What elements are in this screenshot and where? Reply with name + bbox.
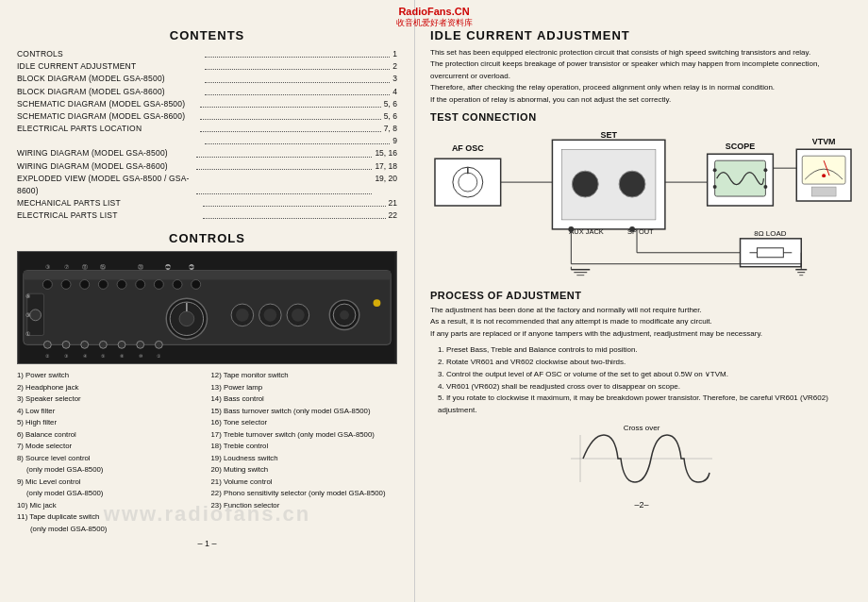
control-item-6: 6) Balance control (17, 429, 204, 441)
svg-point-40 (155, 342, 162, 349)
svg-point-72 (763, 185, 767, 189)
dots-11 (196, 173, 373, 194)
svg-point-39 (137, 342, 144, 349)
contents-table: CONTROLS 1 IDLE CURRENT ADJUSTMENT 2 BLO… (17, 48, 397, 222)
svg-text:⑮: ⑮ (100, 264, 106, 270)
svg-point-37 (99, 342, 107, 349)
right-page: IDLE CURRENT ADJUSTMENT This set has bee… (415, 0, 868, 602)
test-connection-title: TEST CONNECTION (430, 111, 853, 123)
control-item-9b: (only model GSA-8500) (17, 488, 204, 499)
dots-10 (196, 160, 373, 170)
controls-section: CONTROLS ③ ⑦ ⑪ ⑮ ⑳ ㉒ ㉓ (17, 231, 397, 535)
contents-row-block8500: BLOCK DIAGRAM (MODEL GSA-8500) 3 (17, 73, 397, 85)
svg-rect-78 (811, 187, 836, 196)
svg-point-36 (81, 342, 89, 349)
svg-point-16 (154, 280, 163, 290)
dots-13 (203, 209, 386, 219)
control-item-23: 23) Function selector (211, 500, 398, 511)
control-item-7: 7) Mode selector (17, 441, 204, 452)
contents-row-mech: MECHANICAL PARTS LIST 21 (17, 197, 397, 209)
dots-4 (205, 86, 390, 95)
contents-row-schem8500: SCHEMATIC DIAGRAM (MODEL GSA-8500) 5, 6 (17, 98, 397, 110)
control-item-8: 8) Source level control (17, 453, 204, 464)
svg-text:⑦: ⑦ (64, 264, 69, 270)
control-item-17: 17) Treble turnover switch (only model G… (211, 429, 398, 441)
control-item-18: 18) Treble control (211, 441, 398, 452)
svg-point-26 (236, 309, 249, 322)
dots-12 (203, 197, 386, 207)
page-num-6: 5, 6 (384, 110, 397, 123)
controls-title: CONTROLS (17, 231, 397, 245)
control-item-2: 2) Headphone jack (17, 382, 204, 393)
contents-label-block8500: BLOCK DIAGRAM (MODEL GSA-8500) (17, 73, 202, 85)
svg-point-28 (263, 309, 276, 322)
contents-label-9 (17, 135, 202, 147)
control-item-21: 21) Volume control (211, 477, 398, 488)
page-num-9: 15, 16 (375, 147, 397, 159)
contents-label-block8600: BLOCK DIAGRAM (MODEL GSA-8600) (17, 86, 202, 98)
contents-row-block8600: BLOCK DIAGRAM (MODEL GSA-8600) 4 (17, 86, 397, 98)
watermark: RadioFans.CN 收音机爱好者资料库 (396, 6, 473, 29)
contents-label-elec-list: ELECTRICAL PARTS LIST (17, 209, 200, 222)
control-item-4: 4) Low filter (17, 406, 204, 417)
svg-point-11 (61, 280, 71, 290)
control-item-16: 16) Tone selector (211, 417, 398, 428)
amplifier-image: ③ ⑦ ⑪ ⑮ ⑳ ㉒ ㉓ (17, 251, 397, 364)
svg-rect-79 (741, 239, 802, 267)
control-item-8b: (only model GSA-8500) (17, 464, 204, 476)
process-intro: The adjustment has been done at the fact… (430, 305, 853, 340)
test-connection-diagram: AF OSC SET AUX JACK SP OUT SCOPE (430, 130, 853, 276)
svg-point-17 (173, 280, 182, 290)
dots-2 (205, 60, 390, 70)
svg-text:SET: SET (600, 130, 617, 140)
process-step-5: 5. If you rotate to clockwise it maximum… (438, 393, 853, 417)
svg-rect-75 (802, 156, 845, 184)
process-title: PROCESS OF ADJUSTMENT (430, 290, 853, 301)
process-section: PROCESS OF ADJUSTMENT The adjustment has… (430, 290, 853, 496)
controls-labels: 1) Power switch 2) Headphone jack 3) Spe… (17, 370, 397, 535)
process-step-2: 2. Rotate VR601 and VR602 clockwise abou… (438, 357, 853, 369)
contents-label-idle: IDLE CURRENT ADJUSTMENT (17, 60, 202, 73)
left-page-number: – 1 – (17, 539, 397, 548)
svg-text:AUX JACK: AUX JACK (569, 227, 603, 236)
svg-point-20 (30, 309, 42, 321)
process-step-4: 4. VR601 (VR602) shall be readjusted cro… (438, 381, 853, 393)
page-num-7: 7, 8 (384, 123, 397, 135)
contents-label-schem8500: SCHEMATIC DIAGRAM (MODEL GSA-8500) (17, 98, 197, 110)
contents-label-exploded: EXPLODED VIEW (MODEL GSA-8500 / GSA-8600… (17, 173, 193, 197)
control-item-14: 14) Bass control (211, 393, 398, 405)
svg-point-12 (80, 280, 90, 290)
process-step-1: 1. Preset Bass, Treble and Balance contr… (438, 344, 853, 357)
control-item-15: 15) Bass turnover switch (only model GSA… (211, 406, 398, 417)
control-item-11: 11) Tape duplicate switch (17, 511, 204, 523)
svg-text:③: ③ (25, 312, 30, 318)
dots-9 (196, 147, 373, 157)
contents-row-elec-loc: ELECTRICAL PARTS LOCATION 7, 8 (17, 123, 397, 135)
page-num-2: 2 (392, 60, 397, 73)
page-num-11: 19, 20 (375, 173, 397, 197)
svg-point-13 (98, 280, 108, 290)
svg-text:⑪: ⑪ (82, 264, 88, 270)
dots-8 (205, 135, 390, 144)
control-item-22: 22) Phono sensitivity selector (only mod… (211, 488, 398, 499)
svg-point-60 (572, 171, 598, 197)
svg-text:Cross over: Cross over (624, 424, 660, 432)
svg-text:③: ③ (45, 264, 50, 270)
svg-point-70 (713, 185, 717, 189)
contents-title: CONTENTS (17, 28, 397, 42)
watermark-site: RadioFans.CN (396, 6, 473, 17)
control-item-20: 20) Muting switch (211, 464, 398, 476)
svg-point-15 (136, 280, 145, 290)
process-list: 1. Preset Bass, Treble and Balance contr… (430, 344, 853, 417)
contents-row-exploded: EXPLODED VIEW (MODEL GSA-8500 / GSA-8600… (17, 173, 397, 197)
control-item-1: 1) Power switch (17, 370, 204, 381)
controls-col-right: 12) Tape monitor switch 13) Power lamp 1… (211, 370, 398, 535)
svg-point-51 (374, 300, 381, 308)
contents-label-wiring8500: WIRING DIAGRAM (MODEL GSA-8500) (17, 147, 193, 159)
dots-3 (205, 73, 390, 82)
contents-row-elec-list: ELECTRICAL PARTS LIST 22 (17, 209, 397, 222)
svg-text:㉒: ㉒ (165, 264, 171, 270)
waveform-container: Cross over (430, 421, 853, 496)
svg-point-14 (117, 280, 126, 290)
left-page: www.radiofans.cn CONTENTS CONTROLS 1 IDL… (0, 0, 415, 602)
